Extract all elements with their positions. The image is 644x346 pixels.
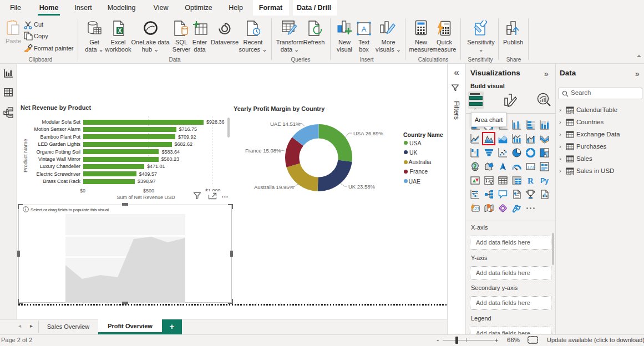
svg-text:123: 123 [527,164,534,169]
svg-text:Py: Py [540,177,549,185]
svg-text:A: A [362,25,367,33]
svg-text:X: X [118,28,122,34]
svg-text:R: R [528,176,534,185]
